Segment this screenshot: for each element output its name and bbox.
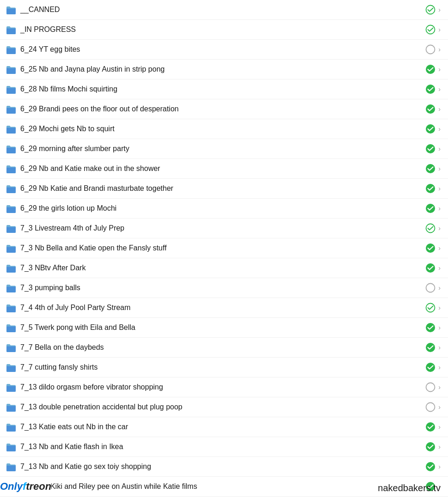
svg-point-2: [426, 45, 435, 54]
status-icon: [425, 164, 436, 174]
item-right: ›: [425, 164, 441, 174]
item-label: 7_13 dildo orgasm before vibrator shoppi…: [20, 383, 163, 392]
folder-icon: [6, 125, 16, 133]
item-label: 7_13 Nb and Katie flash in Ikea: [20, 442, 123, 452]
list-item[interactable]: 7_3 pumping balls ›: [0, 278, 448, 298]
list-item[interactable]: __CANNED ›: [0, 0, 448, 20]
folder-icon: [6, 403, 16, 411]
item-left: _IN PROGRESS: [6, 25, 425, 35]
list-item[interactable]: 7_13 double penetration accidental but p…: [0, 397, 448, 417]
list-item[interactable]: 7_13 Katie eats out Nb in the car ›: [0, 417, 448, 437]
item-label: _IN PROGRESS: [20, 25, 76, 35]
status-icon: [425, 223, 436, 233]
chevron-icon: ›: [438, 205, 441, 212]
svg-point-22: [426, 442, 435, 451]
list-item[interactable]: 6_29 morning after slumber party ›: [0, 139, 448, 159]
status-icon: [425, 104, 436, 114]
folder-icon: [6, 65, 16, 73]
item-left: 6_29 Nb and Katie make out in the shower: [6, 164, 425, 174]
item-left: 7_3 pumping balls: [6, 283, 425, 293]
watermark-right: nakedbakers.tv: [378, 483, 441, 493]
folder-icon: [6, 6, 16, 14]
chevron-icon: ›: [438, 284, 441, 292]
list-item[interactable]: 7_3 Nb Bella and Katie open the Fansly s…: [0, 238, 448, 258]
status-icon: [425, 323, 436, 333]
list-item[interactable]: 7_5 Twerk pong with Eila and Bella ›: [0, 318, 448, 338]
svg-point-10: [426, 204, 435, 213]
list-item[interactable]: 7_14 Quick and Dirty with Riley ›: [0, 497, 448, 499]
item-right: ›: [425, 64, 441, 74]
folder-icon: [6, 462, 16, 471]
status-icon: [425, 382, 436, 392]
svg-point-8: [426, 164, 435, 173]
folder-icon: [6, 423, 16, 431]
list-item[interactable]: 7_7 Bella on the daybeds ›: [0, 338, 448, 358]
svg-point-23: [426, 462, 435, 471]
item-right: ›: [425, 24, 441, 35]
list-item[interactable]: 7_13 dildo orgasm before vibrator shoppi…: [0, 377, 448, 397]
item-left: 7_3 Nb Bella and Katie open the Fansly s…: [6, 243, 425, 253]
list-item[interactable]: 7_3 Livestream 4th of July Prep ›: [0, 219, 448, 238]
svg-point-11: [426, 224, 435, 233]
item-left: 6_29 Nb Katie and Brandi masturbate toge…: [6, 184, 425, 194]
folder-icon: [6, 264, 16, 272]
item-label: 6_25 Nb and Jayna play Austin in strip p…: [20, 65, 165, 74]
item-label: 6_29 the girls lotion up Mochi: [20, 204, 117, 213]
svg-point-1: [426, 25, 435, 34]
item-left: 7_13 Katie eats out Nb in the car: [6, 422, 425, 432]
svg-point-5: [426, 104, 435, 114]
item-left: 6_29 the girls lotion up Mochi: [6, 204, 425, 213]
list-item[interactable]: 7_4 4th of July Pool Party Stream ›: [0, 298, 448, 318]
list-item[interactable]: 6_29 Nb Katie and Brandi masturbate toge…: [0, 179, 448, 199]
item-left: 7_4 4th of July Pool Party Stream: [6, 303, 425, 313]
list-item[interactable]: _IN PROGRESS ›: [0, 20, 448, 40]
svg-point-13: [426, 263, 435, 273]
list-item[interactable]: 7_3 NBtv After Dark ›: [0, 258, 448, 278]
folder-icon: [6, 363, 16, 371]
folder-icon: [6, 85, 16, 93]
item-left: 7_5 Twerk pong with Eila and Bella: [6, 323, 425, 333]
folder-icon: [6, 164, 16, 173]
item-label: 7_13 Nb and Katie go sex toiy shopping: [20, 462, 151, 472]
item-right: ›: [425, 323, 441, 333]
chevron-icon: ›: [438, 463, 441, 470]
status-icon: [425, 402, 436, 412]
item-left: 6_29 Mochi gets Nb to squirt: [6, 124, 425, 134]
item-left: 7_7 Bella on the daybeds: [6, 343, 425, 353]
list-item[interactable]: 6_24 YT egg bites ›: [0, 40, 448, 60]
list-item[interactable]: 6_29 Nb and Katie make out in the shower…: [0, 159, 448, 179]
watermark-fans-text: f: [23, 481, 26, 493]
item-right: ›: [425, 243, 441, 253]
status-icon: [425, 203, 436, 213]
folder-icon: [6, 284, 16, 292]
chevron-icon: ›: [438, 423, 441, 431]
svg-point-21: [426, 422, 435, 432]
chevron-icon: ›: [438, 105, 441, 113]
item-right: ›: [425, 124, 441, 134]
list-item[interactable]: 6_29 Brandi pees on the floor out of des…: [0, 99, 448, 119]
item-label: 6_24 YT egg bites: [20, 45, 80, 55]
item-label: 7_5 Twerk pong with Eila and Bella: [20, 323, 135, 333]
folder-icon: [6, 443, 16, 451]
list-item[interactable]: 6_25 Nb and Jayna play Austin in strip p…: [0, 60, 448, 79]
item-right: ›: [425, 144, 441, 154]
svg-point-17: [426, 343, 435, 352]
status-icon: [425, 442, 436, 452]
list-item[interactable]: 7_7 cutting fansly shirts ›: [0, 358, 448, 377]
item-left: 6_29 morning after slumber party: [6, 144, 425, 154]
item-label: 6_29 Nb Katie and Brandi masturbate toge…: [20, 184, 173, 194]
list-item[interactable]: 7_13 Nb and Katie flash in Ikea ›: [0, 437, 448, 457]
list-item[interactable]: 7_13 Nb and Katie go sex toiy shopping ›: [0, 457, 448, 477]
chevron-icon: ›: [438, 85, 441, 93]
item-left: 6_24 YT egg bites: [6, 45, 425, 55]
status-icon: [425, 183, 436, 194]
list-item[interactable]: 6_28 Nb films Mochi squirting ›: [0, 79, 448, 99]
folder-icon: [6, 323, 16, 332]
item-left: 7_3 Livestream 4th of July Prep: [6, 224, 425, 233]
item-left: 7_3 NBtv After Dark: [6, 263, 425, 273]
list-item[interactable]: 6_29 the girls lotion up Mochi ›: [0, 199, 448, 219]
chevron-icon: ›: [438, 225, 441, 232]
item-label: 7_3 Nb Bella and Katie open the Fansly s…: [20, 243, 166, 253]
item-left: 7_13 double penetration accidental but p…: [6, 402, 425, 412]
list-item[interactable]: 6_29 Mochi gets Nb to squirt ›: [0, 119, 448, 139]
